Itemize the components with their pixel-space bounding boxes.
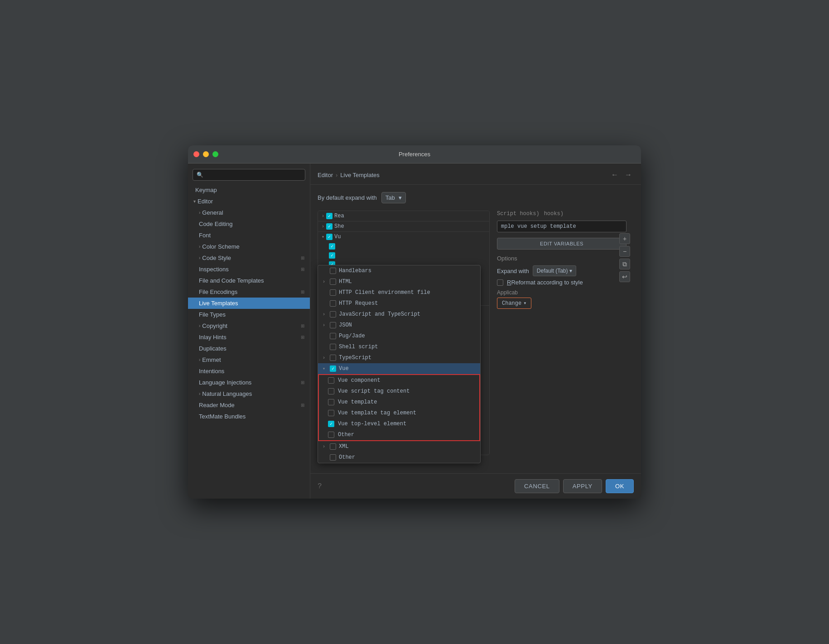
vue-template-tag-check[interactable] [328, 410, 334, 416]
remove-template-button[interactable]: − [619, 246, 630, 257]
expand-with-dropdown[interactable]: Default (Tab) ▾ [533, 265, 576, 276]
sidebar-item-natural-languages[interactable]: › Natural Languages [188, 388, 310, 399]
vue-subitem-template[interactable]: Vue template [319, 397, 479, 408]
vue-subitem-component[interactable]: Vue component [319, 375, 479, 386]
applicable-dropdown[interactable]: Handlebars › HTML HTTP Client envi [318, 265, 481, 463]
help-icon[interactable]: ? [318, 482, 322, 490]
expand-with-label: Expand with [497, 268, 529, 274]
reformat-row: RReformat according to style [497, 279, 627, 286]
sidebar-item-emmet[interactable]: › Emmet [188, 354, 310, 365]
vue-item1-check-icon[interactable]: ✓ [329, 243, 335, 250]
template-group-shell-header[interactable]: › ✓ She [318, 221, 489, 231]
sidebar-item-file-encodings[interactable]: File Encodings ⊞ [188, 286, 310, 298]
apply-button[interactable]: APPLY [563, 479, 602, 493]
breadcrumb: Editor › Live Templates [318, 172, 380, 178]
vue-top-level-check[interactable]: ✓ [328, 421, 334, 427]
sidebar-item-editor[interactable]: ▾ Editor [188, 196, 310, 207]
edit-variables-button[interactable]: EDIT VARIABLES [497, 238, 627, 250]
change-dropdown-arrow-icon: ▾ [523, 300, 526, 307]
expand-dropdown[interactable]: Tab ▾ [381, 192, 406, 203]
add-template-button[interactable]: + [619, 233, 630, 244]
vue-check-icon[interactable]: ✓ [326, 234, 333, 240]
vue-parent-check[interactable]: ✓ [330, 365, 336, 372]
vue-other-check[interactable] [328, 432, 334, 438]
sidebar-item-duplicates[interactable]: Duplicates [188, 343, 310, 354]
vue-item2-check-icon[interactable]: ✓ [329, 252, 335, 259]
vue-subitem-top-level[interactable]: ✓ Vue top-level element [319, 418, 479, 429]
dropdown-item-other-bottom[interactable]: Other [318, 452, 480, 463]
json-check[interactable] [330, 322, 336, 328]
template-group-vue-header[interactable]: ▾ ✓ Vu [318, 232, 489, 242]
vue-script-tag-check[interactable] [328, 388, 334, 394]
search-box[interactable]: 🔍 [193, 169, 305, 181]
vue-subitem-template-tag[interactable]: Vue template tag element [319, 408, 479, 418]
sidebar-item-live-templates[interactable]: Live Templates [188, 298, 310, 309]
vue-subitem-other[interactable]: Other [319, 429, 479, 440]
dropdown-item-http-env[interactable]: HTTP Client environment file [318, 287, 480, 298]
dropdown-item-handlebars[interactable]: Handlebars [318, 265, 480, 276]
sidebar-item-copyright[interactable]: › Copyright ⊞ [188, 320, 310, 332]
dropdown-item-shell[interactable]: Shell script [318, 341, 480, 352]
js-ts-check[interactable] [330, 311, 336, 317]
sidebar-item-color-scheme[interactable]: › Color Scheme [188, 241, 310, 252]
template-group-react-header[interactable]: › ✓ Rea [318, 211, 489, 221]
http-request-check[interactable] [330, 300, 336, 307]
html-check[interactable] [330, 279, 336, 285]
sidebar-item-inspections[interactable]: Inspections ⊞ [188, 264, 310, 275]
revert-template-button[interactable]: ↩ [619, 271, 630, 282]
maximize-button[interactable] [212, 151, 218, 157]
vue-subitem-script-tag[interactable]: Vue script tag content [319, 386, 479, 397]
reformat-checkbox[interactable] [497, 279, 503, 286]
nav-forward-button[interactable]: → [623, 170, 634, 180]
sidebar-item-intentions[interactable]: Intentions [188, 365, 310, 377]
dropdown-item-html[interactable]: › HTML [318, 276, 480, 287]
sidebar-item-reader-mode[interactable]: Reader Mode ⊞ [188, 399, 310, 411]
xml-check[interactable] [330, 443, 336, 450]
shell-check[interactable] [330, 344, 336, 350]
react-check-icon[interactable]: ✓ [326, 213, 333, 219]
shell-check-icon[interactable]: ✓ [326, 223, 333, 230]
sidebar-item-language-injections[interactable]: Language Injections ⊞ [188, 377, 310, 388]
pug-check[interactable] [330, 333, 336, 339]
ok-button[interactable]: OK [606, 479, 634, 493]
close-button[interactable] [193, 151, 199, 157]
sidebar-item-general[interactable]: › General [188, 207, 310, 218]
sidebar-item-file-types[interactable]: File Types [188, 309, 310, 320]
dropdown-item-http-request[interactable]: HTTP Request [318, 298, 480, 309]
nav-back-button[interactable]: ← [609, 170, 620, 180]
sidebar-item-label: Emmet [202, 356, 221, 363]
dropdown-item-vue-parent[interactable]: ▾ ✓ Vue [318, 363, 480, 374]
dropdown-item-pug[interactable]: Pug/Jade [318, 331, 480, 341]
sidebar-item-textmate[interactable]: TextMate Bundles [188, 411, 310, 422]
cancel-button[interactable]: CANCEL [515, 479, 559, 493]
vue-top-level-label: Vue top-level element [338, 421, 406, 427]
applicable-label: Applicab [497, 289, 627, 296]
dropdown-item-json[interactable]: › JSON [318, 320, 480, 331]
http-env-check[interactable] [330, 289, 336, 296]
vue-template-check[interactable] [328, 399, 334, 405]
typescript-check[interactable] [330, 355, 336, 361]
vue-template-item-2[interactable]: ✓ [318, 251, 489, 260]
sidebar-item-font[interactable]: Font [188, 230, 310, 241]
other-bottom-label: Other [339, 454, 355, 461]
copy-template-button[interactable]: ⧉ [619, 259, 630, 269]
vue-component-check[interactable] [328, 377, 334, 384]
dropdown-item-js-ts[interactable]: › JavaScript and TypeScript [318, 309, 480, 320]
breadcrumb-part1: Editor [318, 172, 333, 178]
handlebars-check[interactable] [330, 268, 336, 274]
change-button[interactable]: Change ▾ [497, 298, 531, 309]
sidebar-item-inlay-hints[interactable]: Inlay Hints ⊞ [188, 332, 310, 343]
vue-other-label: Other [338, 432, 354, 438]
vue-template-item-1[interactable]: ✓ [318, 242, 489, 251]
sidebar-item-file-code-templates[interactable]: File and Code Templates [188, 275, 310, 286]
dropdown-item-xml[interactable]: › XML [318, 441, 480, 452]
breadcrumb-part2: Live Templates [340, 172, 379, 178]
sidebar-item-code-style[interactable]: › Code Style ⊞ [188, 252, 310, 264]
abbreviation-input[interactable]: mple vue setup template [497, 221, 627, 232]
minimize-button[interactable] [203, 151, 209, 157]
sidebar-item-code-editing[interactable]: Code Editing [188, 218, 310, 230]
search-input[interactable] [206, 172, 301, 178]
sidebar-item-keymap[interactable]: Keymap [188, 184, 310, 196]
other-bottom-check[interactable] [330, 454, 336, 461]
dropdown-item-typescript[interactable]: › TypeScript [318, 352, 480, 363]
